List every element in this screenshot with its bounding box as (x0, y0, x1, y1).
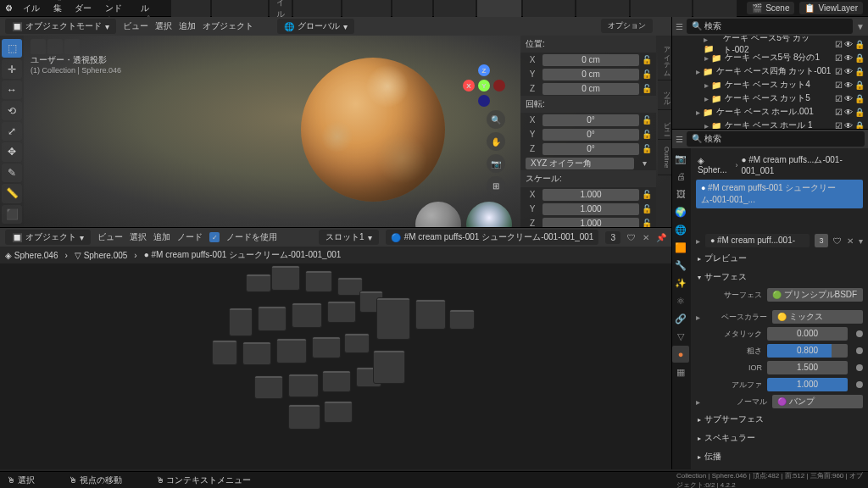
rot-z[interactable]: 0° (542, 143, 639, 155)
tab-material[interactable]: ● (672, 346, 689, 363)
tab-data[interactable]: ▽ (672, 328, 689, 345)
shader-node[interactable] (212, 340, 237, 365)
props-search[interactable]: 🔍 検索 (687, 131, 865, 147)
scl-y[interactable]: 1.000 (542, 203, 639, 215)
shader-node[interactable] (254, 375, 283, 399)
shader-node[interactable] (449, 309, 475, 330)
material-name[interactable]: 🔵 #M cream puffs-001 シュークリーム-001-001_001 (386, 230, 599, 245)
outliner-item[interactable]: ▸ 📁ケーキ ベース四角 カット-001☑👁🔒 (672, 64, 868, 78)
tab-render[interactable]: 📷 (672, 150, 689, 167)
tool-scale[interactable]: ⤢ (2, 122, 22, 141)
loc-y[interactable]: 0 cm (542, 69, 639, 80)
mode-selector[interactable]: 🔲 オブジェクトモード ▾ (5, 19, 116, 34)
shader-node[interactable] (229, 308, 253, 336)
shader-node[interactable] (292, 302, 322, 328)
shader-node[interactable] (276, 338, 307, 363)
npanel-tab[interactable]: ツール (658, 80, 671, 110)
scene-selector[interactable]: 🎬 Scene (747, 2, 794, 14)
loc-x[interactable]: 0 cm (542, 54, 639, 66)
tool-transform[interactable]: ✥ (2, 142, 22, 161)
props-bc-obj[interactable]: ◈ Spher... (698, 156, 732, 175)
material-users[interactable]: 3 (605, 231, 620, 244)
bc-mat[interactable]: ● #M cream puffs-001 シュークリーム-001-001_001 (144, 249, 342, 261)
shader-node[interactable] (258, 306, 287, 331)
panel-emission[interactable]: 伝播 (696, 447, 863, 466)
shader-node[interactable] (242, 341, 271, 365)
outliner-item[interactable]: ▸ 📁ケーキ ベース ホール 1☑👁🔒 (672, 119, 868, 129)
npanel-tab[interactable]: Outline (658, 140, 671, 175)
ne-select[interactable]: 選択 (130, 231, 147, 243)
outliner-search[interactable]: 🔍 検索 (687, 19, 853, 34)
shader-node[interactable] (327, 301, 356, 323)
vp-menu-add[interactable]: 追加 (179, 20, 196, 32)
tab-texture[interactable]: ▦ (672, 363, 689, 380)
nav-zoom-icon[interactable]: 🔍 (487, 110, 505, 129)
rotation-mode[interactable]: XYZ オイラー角 (526, 158, 634, 169)
material-slot[interactable]: ● #M cream puffs-001 シュークリーム-001-001_... (696, 180, 863, 208)
rot-y[interactable]: 0° (542, 129, 639, 141)
shield-icon[interactable]: 🛡 (627, 233, 636, 242)
panel-subsurface[interactable]: サブサーフェス (696, 410, 863, 429)
panel-specular[interactable]: スペキュラー (696, 429, 863, 447)
pin-icon[interactable]: 📌 (656, 233, 666, 242)
vp-menu-select[interactable]: 選択 (155, 20, 172, 32)
viewlayer-selector[interactable]: 📋 ViewLayer (799, 2, 863, 14)
slot-selector[interactable]: スロット1 ▾ (319, 230, 379, 245)
viewport-object-main[interactable] (301, 58, 445, 202)
nav-camera-icon[interactable]: 📷 (487, 154, 505, 173)
npanel-tab[interactable]: ビュー (658, 110, 671, 140)
outliner-item[interactable]: ▸ 📁ケーキ ベース5号 カット-002☑👁🔒 (672, 37, 868, 51)
surface-shader[interactable]: 🟢 プリンシプルBSDF (767, 288, 863, 302)
shader-node[interactable] (246, 274, 271, 292)
unlink-icon[interactable]: ✕ (643, 233, 649, 242)
tab-output[interactable]: 🖨 (672, 168, 689, 185)
normal-value[interactable]: 🟣 バンプ (772, 395, 863, 408)
vp-menu-object[interactable]: オブジェクト (203, 20, 253, 32)
ior-dot-icon[interactable] (856, 364, 863, 371)
loc-z[interactable]: 0 cm (542, 83, 639, 95)
rot-x[interactable]: 0° (542, 114, 639, 126)
shader-node[interactable] (373, 350, 405, 384)
shader-node[interactable] (312, 336, 341, 358)
shader-node[interactable] (271, 265, 300, 291)
tab-physics[interactable]: ⚛ (672, 292, 689, 309)
orientation-selector[interactable]: 🌐 グローバル ▾ (277, 19, 354, 34)
ne-node[interactable]: ノード (177, 231, 203, 243)
alpha-value[interactable]: 1.000 (767, 378, 848, 391)
metallic-dot-icon[interactable] (856, 330, 863, 337)
shader-node[interactable] (376, 297, 410, 340)
nav-gizmo[interactable]: Z X Y (463, 64, 505, 107)
vp-overlay-toggle[interactable] (31, 39, 46, 54)
outliner-item[interactable]: ▸ 📁ケーキ ベース ホール.001☑👁🔒 (672, 105, 868, 119)
tool-select[interactable]: ⬚ (2, 39, 22, 58)
vp-shading-toggle[interactable] (64, 39, 80, 54)
mat-shield-icon[interactable]: 🛡 (833, 236, 842, 246)
tab-object[interactable]: 🟧 (672, 239, 689, 256)
scl-x[interactable]: 1.000 (542, 189, 639, 201)
ne-mode[interactable]: 🔲 オブジェクト ▾ (5, 230, 91, 245)
alpha-dot-icon[interactable] (856, 381, 863, 388)
tab-constraint[interactable]: 🔗 (672, 310, 689, 327)
nav-pan-icon[interactable]: ✋ (487, 132, 505, 151)
mat-name-field[interactable]: ● #M cream puff...001-001_001 (705, 234, 810, 247)
tool-rotate[interactable]: ⟲ (2, 101, 22, 119)
tab-view[interactable]: 🖼 (672, 186, 689, 202)
tool-measure[interactable]: 📏 (2, 184, 22, 202)
panel-surface[interactable]: サーフェス (696, 268, 863, 286)
props-bc-mat[interactable]: ● #M cream puffs...ム-001-001_001 (741, 154, 861, 175)
tool-move[interactable]: ↔ (2, 80, 22, 99)
ne-add[interactable]: 追加 (153, 231, 170, 243)
rough-dot-icon[interactable] (856, 347, 863, 354)
shader-node[interactable] (415, 299, 446, 330)
bc-obj[interactable]: ◈ Sphere.046 (5, 251, 58, 260)
metallic-value[interactable]: 0.000 (767, 327, 848, 341)
npanel-tab[interactable]: アイテム (658, 36, 671, 80)
shader-node[interactable] (305, 270, 332, 292)
tool-annotate[interactable]: ✎ (2, 164, 22, 182)
outliner-item[interactable]: ▸ 📁ケーキ ベース カット5☑👁🔒 (672, 92, 868, 105)
shader-node[interactable] (324, 401, 353, 423)
tab-world[interactable]: 🌐 (672, 221, 689, 238)
shader-node[interactable] (322, 370, 351, 392)
vp-gizmo-toggle[interactable] (47, 39, 63, 54)
ne-view[interactable]: ビュー (97, 231, 123, 243)
